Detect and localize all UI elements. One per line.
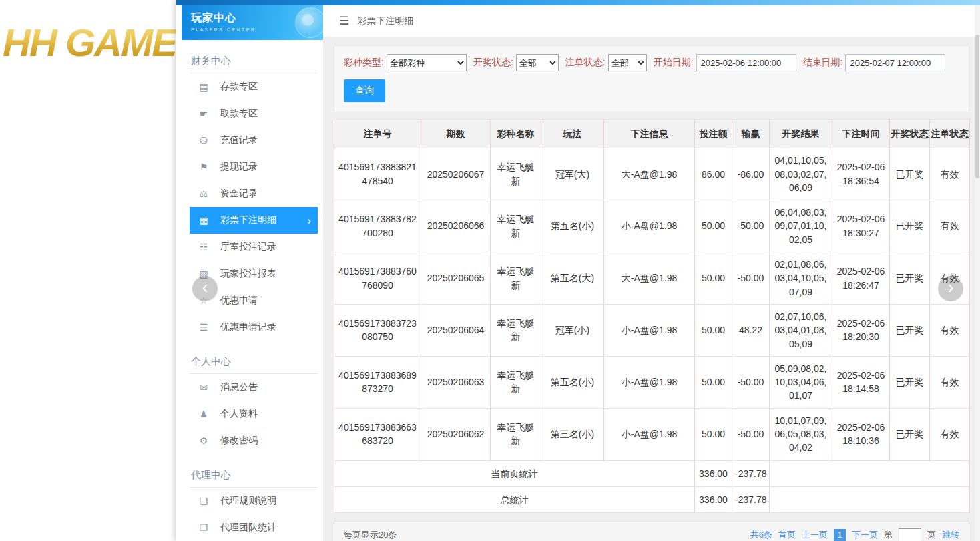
sidebar-item-lottery-bet-details[interactable]: ▦ 彩票下注明细 › bbox=[190, 207, 318, 234]
first-page-link[interactable]: 首页 bbox=[778, 529, 796, 541]
promo-apply-records-icon: ☰ bbox=[198, 322, 210, 333]
sidebar-item-deposit[interactable]: ▤ 存款专区 bbox=[190, 73, 318, 100]
table-row: 40156917388366368372020250206062幸运飞艇新第三名… bbox=[334, 408, 970, 460]
sidebar-item-label: 修改密码 bbox=[220, 435, 258, 447]
total-count-text: 共6条 bbox=[750, 529, 772, 541]
sidebar-item-hall-bet-records[interactable]: ☷ 厅室投注记录 bbox=[190, 234, 318, 260]
table-cell: 2025-02-06 18:26:47 bbox=[832, 252, 890, 305]
sidebar-section-finance: 财务中心 bbox=[190, 51, 318, 73]
scrollbar-thumb[interactable] bbox=[975, 35, 979, 178]
sidebar-item-profile[interactable]: ♟ 个人资料 bbox=[190, 401, 318, 427]
sidebar-item-withdrawal-records[interactable]: ⚑ 提现记录 bbox=[190, 154, 318, 180]
table-cell: 50.00 bbox=[695, 356, 732, 408]
col-bet-amount: 投注额 bbox=[695, 120, 732, 148]
table-cell: 20250206065 bbox=[421, 252, 491, 305]
table-cell: 有效 bbox=[930, 148, 970, 200]
bet-status-select[interactable]: 全部 bbox=[608, 54, 647, 71]
sidebar-item-label: 存款专区 bbox=[220, 81, 258, 93]
sidebar-item-agent-rules[interactable]: ❏ 代理规则说明 bbox=[190, 488, 318, 514]
sidebar-item-label: 代理团队统计 bbox=[220, 522, 276, 534]
table-cell: 小-A盘@1.98 bbox=[604, 200, 695, 252]
table-cell: 幸运飞艇新 bbox=[491, 200, 541, 252]
recharge-records-icon: ⛁ bbox=[198, 135, 210, 146]
table-row: 40156917388382147854020250206067幸运飞艇新冠军(… bbox=[334, 148, 970, 200]
col-play: 玩法 bbox=[541, 120, 604, 148]
table-cell: 2025-02-06 18:30:27 bbox=[832, 200, 890, 252]
table-cell: 第五名(大) bbox=[541, 252, 604, 305]
jump-page-input[interactable] bbox=[899, 528, 921, 541]
sidebar-item-funds-records[interactable]: ⚖ 资金记录 bbox=[190, 180, 318, 207]
summary-win-total: -237.78 bbox=[732, 486, 770, 512]
table-header-row: 注单号 期数 彩种名称 玩法 下注信息 投注额 输赢 开奖结果 下注时间 开奖状… bbox=[334, 120, 970, 148]
sidebar-item-change-password[interactable]: ⚙ 修改密码 bbox=[190, 427, 318, 454]
table-row: 40156917388372308075020250206064幸运飞艇新冠军(… bbox=[334, 304, 970, 356]
sidebar-item-label: 取款专区 bbox=[220, 108, 258, 120]
table-cell: 2025-02-06 18:10:36 bbox=[832, 408, 890, 460]
table-row: 40156917388376076809020250206065幸运飞艇新第五名… bbox=[334, 252, 970, 305]
summary-empty-cell bbox=[770, 486, 970, 512]
table-cell: 小-A盘@1.98 bbox=[604, 304, 695, 356]
carousel-prev-button[interactable]: ‹ bbox=[192, 276, 218, 301]
withdrawal-records-icon: ⚑ bbox=[198, 162, 210, 172]
table-cell: 401569173883723080750 bbox=[334, 304, 421, 356]
deposit-icon: ▤ bbox=[198, 81, 210, 92]
table-cell: 幸运飞艇新 bbox=[491, 408, 541, 460]
table-cell: 已开奖 bbox=[890, 148, 930, 200]
sidebar-item-label: 厅室投注记录 bbox=[220, 241, 276, 253]
carousel-next-button[interactable]: › bbox=[938, 276, 963, 301]
sidebar-item-withdraw[interactable]: ☛ 取款专区 bbox=[190, 100, 318, 127]
sidebar-item-label: 优惠申请 bbox=[220, 295, 258, 307]
table-cell: 401569173883689873270 bbox=[334, 356, 421, 408]
end-date-input[interactable] bbox=[845, 54, 945, 71]
sidebar-item-promo-apply-records[interactable]: ☰ 优惠申请记录 bbox=[190, 314, 318, 341]
table-cell: 02,01,08,06,03,04,10,05,07,09 bbox=[770, 252, 832, 305]
lottery-type-label: 彩种类型: bbox=[344, 57, 384, 69]
lottery-bet-details-icon: ▦ bbox=[198, 215, 210, 226]
sidebar-item-messages[interactable]: ✉ 消息公告 bbox=[190, 374, 318, 401]
banner-ball-icon bbox=[295, 7, 323, 38]
col-bet-time: 下注时间 bbox=[832, 120, 890, 148]
table-cell: 401569173883782700280 bbox=[334, 200, 421, 252]
pager: 共6条 首页 上一页 1 下一页 第 页 跳转 bbox=[750, 528, 959, 541]
table-cell: 已开奖 bbox=[890, 408, 930, 460]
table-summary-body: 当前页统计 336.00 -237.78 总统计 336.00 -237.78 bbox=[334, 460, 970, 513]
table-cell: -50.00 bbox=[732, 408, 770, 460]
table-cell: 50.00 bbox=[695, 408, 732, 460]
withdraw-icon: ☛ bbox=[198, 108, 210, 119]
table-cell: -50.00 bbox=[732, 200, 770, 252]
current-page-button[interactable]: 1 bbox=[834, 529, 846, 541]
message-announcement-icon: ✉ bbox=[198, 382, 210, 393]
col-win-loss: 输赢 bbox=[732, 120, 770, 148]
vertical-scrollbar bbox=[975, 5, 980, 541]
table-cell: 幸运飞艇新 bbox=[491, 148, 541, 200]
sidebar-item-label: 彩票下注明细 bbox=[220, 214, 276, 226]
sidebar-item-label: 资金记录 bbox=[220, 188, 258, 200]
sidebar-item-recharge-records[interactable]: ⛁ 充值记录 bbox=[190, 127, 318, 154]
top-strip bbox=[176, 0, 980, 5]
document-icon: ❏ bbox=[198, 496, 210, 506]
table-cell: 20250206066 bbox=[421, 200, 491, 252]
table-cell: 小-A盘@1.98 bbox=[604, 356, 695, 408]
page-title: 彩票下注明细 bbox=[357, 15, 413, 27]
topbar: ☰ 彩票下注明细 bbox=[323, 5, 980, 37]
table-cell: 已开奖 bbox=[890, 304, 930, 356]
table-cell: 大-A盘@1.98 bbox=[604, 252, 695, 305]
draw-status-select[interactable]: 全部 bbox=[516, 54, 559, 71]
col-draw-status: 开奖状态 bbox=[890, 120, 930, 148]
prev-page-link[interactable]: 上一页 bbox=[802, 529, 828, 541]
col-bet-id: 注单号 bbox=[334, 120, 421, 148]
jump-button[interactable]: 跳转 bbox=[942, 529, 959, 541]
table-cell: 幸运飞艇新 bbox=[491, 252, 541, 305]
table-cell: -50.00 bbox=[732, 252, 770, 305]
sidebar-item-agent-team-stats[interactable]: ❐ 代理团队统计 bbox=[190, 514, 318, 541]
menu-toggle-icon[interactable]: ☰ bbox=[339, 14, 349, 28]
lottery-type-select[interactable]: 全部彩种 bbox=[387, 54, 467, 71]
table-cell: -50.00 bbox=[732, 356, 770, 408]
table-cell: 已开奖 bbox=[890, 200, 930, 252]
start-date-input[interactable] bbox=[696, 54, 796, 71]
bet-table: 注单号 期数 彩种名称 玩法 下注信息 投注额 输赢 开奖结果 下注时间 开奖状… bbox=[334, 119, 970, 513]
search-button[interactable]: 查询 bbox=[344, 79, 385, 102]
filter-panel: 彩种类型: 全部彩种 开奖状态: 全部 注单状态: 全部 开始日期: bbox=[334, 45, 969, 112]
main-area: ☰ 彩票下注明细 彩种类型: 全部彩种 开奖状态: 全部 注单 bbox=[323, 5, 980, 541]
next-page-link[interactable]: 下一页 bbox=[852, 529, 878, 541]
